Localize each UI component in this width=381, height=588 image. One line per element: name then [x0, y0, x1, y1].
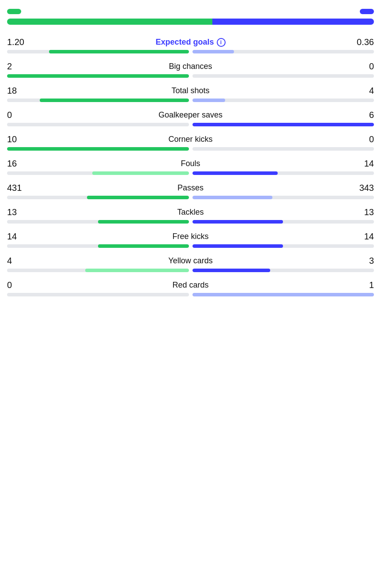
stat-right-value-expected-goals: 0.36 [347, 37, 374, 47]
bar-right-fill-fouls [192, 171, 278, 175]
stat-left-value-goalkeeper-saves: 0 [7, 110, 34, 120]
stat-section-red-cards: 0 Red cards 1 [7, 280, 374, 296]
stat-right-value-goalkeeper-saves: 6 [347, 110, 374, 120]
stat-label-passes: Passes [34, 183, 347, 193]
bar-container-fouls [7, 171, 374, 175]
stat-row-free-kicks: 14 Free kicks 14 [7, 231, 374, 242]
stat-row-fouls: 16 Fouls 14 [7, 159, 374, 169]
bar-right-track-yellow-cards [192, 269, 374, 272]
bar-right-fill-yellow-cards [192, 269, 271, 272]
bar-container-corner-kicks [7, 147, 374, 151]
stat-section-yellow-cards: 4 Yellow cards 3 [7, 256, 374, 272]
bar-right-track-passes [192, 196, 374, 199]
stat-row-passes: 431 Passes 343 [7, 183, 374, 193]
stat-right-value-yellow-cards: 3 [347, 256, 374, 266]
bar-left-fill-tackles [98, 220, 189, 224]
bar-right-track-total-shots [192, 99, 374, 102]
stats-container: 1.20 Expected goals i 0.36 2 Big chances… [7, 37, 374, 296]
stat-label-yellow-cards: Yellow cards [34, 256, 347, 266]
bar-container-big-chances [7, 74, 374, 78]
bar-container-total-shots [7, 99, 374, 102]
stat-label-corner-kicks: Corner kicks [34, 135, 347, 144]
stat-left-value-yellow-cards: 4 [7, 256, 34, 266]
bar-right-fill-tackles [192, 220, 283, 224]
stat-label-fouls: Fouls [34, 159, 347, 168]
bar-right-track-red-cards [192, 293, 374, 296]
bar-left-track-red-cards [7, 293, 189, 296]
possession-bar [7, 19, 374, 25]
bar-left-fill-yellow-cards [85, 269, 189, 272]
bar-right-track-corner-kicks [192, 147, 374, 151]
stat-left-value-big-chances: 2 [7, 61, 34, 72]
stat-left-value-passes: 431 [7, 183, 34, 193]
stat-right-value-fouls: 14 [347, 159, 374, 169]
bar-container-passes [7, 196, 374, 199]
stat-section-passes: 431 Passes 343 [7, 183, 374, 199]
bar-left-track-goalkeeper-saves [7, 123, 189, 126]
bar-left-track-free-kicks [7, 244, 189, 248]
stat-section-expected-goals: 1.20 Expected goals i 0.36 [7, 37, 374, 53]
stat-right-value-total-shots: 4 [347, 86, 374, 96]
bar-right-fill-expected-goals [192, 50, 234, 53]
bar-left-fill-free-kicks [98, 244, 189, 248]
possession-row [7, 9, 374, 14]
stat-section-total-shots: 18 Total shots 4 [7, 86, 374, 102]
stat-right-value-red-cards: 1 [347, 280, 374, 290]
stat-left-value-free-kicks: 14 [7, 231, 34, 242]
bar-left-track-yellow-cards [7, 269, 189, 272]
stat-left-value-expected-goals: 1.20 [7, 37, 34, 47]
bar-left-fill-passes [87, 196, 189, 199]
stat-row-big-chances: 2 Big chances 0 [7, 61, 374, 72]
bar-right-track-big-chances [192, 74, 374, 78]
bar-left-track-tackles [7, 220, 189, 224]
bar-left-fill-corner-kicks [7, 147, 189, 151]
stat-label-tackles: Tackles [34, 208, 347, 217]
bar-left-track-total-shots [7, 99, 189, 102]
stat-row-expected-goals: 1.20 Expected goals i 0.36 [7, 37, 374, 47]
bar-container-tackles [7, 220, 374, 224]
stat-row-red-cards: 0 Red cards 1 [7, 280, 374, 290]
bar-container-goalkeeper-saves [7, 123, 374, 126]
stat-label-free-kicks: Free kicks [34, 232, 347, 241]
stat-row-tackles: 13 Tackles 13 [7, 207, 374, 217]
bar-right-fill-total-shots [192, 99, 225, 102]
stat-right-value-big-chances: 0 [347, 61, 374, 72]
bar-left-fill-fouls [92, 171, 189, 175]
bar-right-track-expected-goals [192, 50, 374, 53]
stat-row-total-shots: 18 Total shots 4 [7, 86, 374, 96]
stat-section-big-chances: 2 Big chances 0 [7, 61, 374, 78]
left-possession-badge [7, 9, 21, 14]
stat-section-corner-kicks: 10 Corner kicks 0 [7, 134, 374, 151]
bar-container-red-cards [7, 293, 374, 296]
stat-label-goalkeeper-saves: Goalkeeper saves [34, 110, 347, 120]
stat-left-value-fouls: 16 [7, 159, 34, 169]
bar-right-track-fouls [192, 171, 374, 175]
bar-left-track-passes [7, 196, 189, 199]
bar-container-expected-goals [7, 50, 374, 53]
stat-left-value-tackles: 13 [7, 207, 34, 217]
bar-right-fill-red-cards [192, 293, 374, 296]
stat-right-value-free-kicks: 14 [347, 231, 374, 242]
stat-row-goalkeeper-saves: 0 Goalkeeper saves 6 [7, 110, 374, 120]
stat-left-value-red-cards: 0 [7, 280, 34, 290]
bar-left-track-fouls [7, 171, 189, 175]
right-possession-badge [360, 9, 374, 14]
stat-label-red-cards: Red cards [34, 281, 347, 290]
bar-left-track-expected-goals [7, 50, 189, 53]
stat-section-goalkeeper-saves: 0 Goalkeeper saves 6 [7, 110, 374, 126]
stat-row-yellow-cards: 4 Yellow cards 3 [7, 256, 374, 266]
possession-bar-green [7, 19, 212, 25]
bar-container-free-kicks [7, 244, 374, 248]
bar-left-track-corner-kicks [7, 147, 189, 151]
stat-row-corner-kicks: 10 Corner kicks 0 [7, 134, 374, 144]
stat-section-tackles: 13 Tackles 13 [7, 207, 374, 224]
bar-right-track-goalkeeper-saves [192, 123, 374, 126]
bar-right-fill-goalkeeper-saves [192, 123, 374, 126]
stat-left-value-corner-kicks: 10 [7, 134, 34, 144]
stat-section-free-kicks: 14 Free kicks 14 [7, 231, 374, 248]
possession-bar-blue [212, 19, 374, 25]
info-icon-expected-goals[interactable]: i [217, 38, 226, 47]
stat-section-fouls: 16 Fouls 14 [7, 159, 374, 175]
stat-label-big-chances: Big chances [34, 62, 347, 71]
stat-right-value-tackles: 13 [347, 207, 374, 217]
